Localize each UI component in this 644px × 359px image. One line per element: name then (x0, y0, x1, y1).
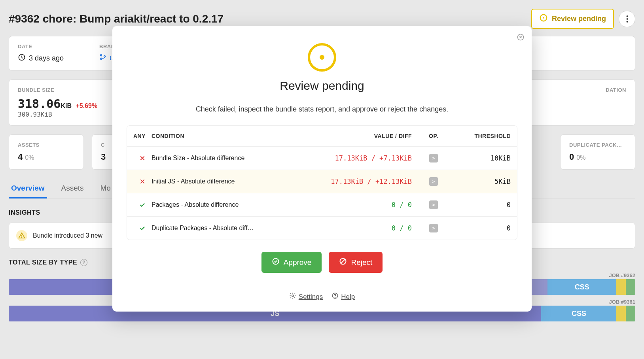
bar-segment: CSS (541, 306, 616, 321)
approve-button[interactable]: Approve (261, 252, 322, 273)
svg-point-10 (21, 237, 22, 237)
more-menu-button[interactable] (619, 11, 635, 27)
tab-modules[interactable]: Mo (98, 179, 113, 198)
bar-segment (616, 279, 626, 295)
threshold-value: 0 (451, 201, 511, 209)
operator-badge: > (429, 200, 438, 209)
bar-segment (626, 279, 635, 295)
condition-row: Duplicate Packages - Absolute diff…0 / 0… (127, 216, 517, 240)
conditions-table: ANY CONDITION VALUE / DIFF OP. THRESHOLD… (127, 125, 517, 240)
bar-segment: CSS (547, 279, 616, 295)
bar-segment (616, 306, 626, 321)
condition-name: Duplicate Packages - Absolute diff… (152, 225, 313, 232)
condition-row: Bundle Size - Absolute difference17.13Ki… (127, 146, 517, 170)
help-icon (331, 292, 339, 301)
date-value: 3 days ago (29, 54, 64, 62)
condition-value: 0 / 0 (313, 201, 416, 209)
bundle-size-delta: +5.69% (76, 102, 97, 109)
tab-overview[interactable]: Overview (9, 179, 47, 198)
condition-row: Initial JS - Absolute difference17.13KiB… (127, 170, 517, 193)
gear-icon (289, 292, 296, 301)
svg-point-17 (292, 295, 294, 297)
help-icon[interactable]: ? (80, 259, 87, 266)
page-title: #9362 chore: Bump ariakit/react to 0.2.1… (9, 13, 224, 25)
svg-point-8 (104, 56, 106, 57)
x-icon (133, 178, 152, 185)
svg-point-3 (626, 18, 628, 20)
clock-icon (18, 53, 26, 63)
svg-point-6 (100, 55, 102, 56)
warning-icon (16, 230, 27, 241)
tab-assets[interactable]: Assets (59, 179, 86, 198)
condition-value: 0 / 0 (313, 224, 416, 232)
review-modal: Review pending Check failed, inspect the… (112, 26, 532, 312)
condition-name: Initial JS - Absolute difference (152, 178, 313, 185)
threshold-value: 0 (451, 224, 511, 232)
svg-point-13 (320, 55, 324, 60)
branch-icon (99, 53, 106, 62)
help-link[interactable]: Help (331, 292, 355, 301)
x-icon (133, 155, 152, 161)
condition-value: 17.13KiB / +7.13KiB (313, 154, 416, 162)
svg-line-16 (341, 259, 345, 264)
reject-button[interactable]: Reject (329, 252, 383, 273)
modal-description: Check failed, inspect the bundle stats r… (127, 105, 517, 113)
close-icon (517, 33, 525, 41)
condition-row: Packages - Absolute difference0 / 0>0 (127, 193, 517, 216)
bundle-size-value: 318.06 (18, 97, 61, 111)
ban-icon (339, 257, 347, 267)
pending-icon (307, 42, 337, 73)
svg-point-1 (543, 17, 544, 19)
close-button[interactable] (517, 33, 525, 41)
settings-link[interactable]: Settings (289, 292, 323, 301)
bar-segment (626, 306, 635, 321)
condition-name: Packages - Absolute difference (152, 201, 313, 208)
assets-card: ASSETS 40% (9, 134, 84, 170)
operator-badge: > (429, 224, 438, 232)
date-label: DATE (18, 43, 64, 49)
check-circle-icon (272, 257, 280, 267)
dup-packages-card: DUPLICATE PACK… 00% (560, 134, 635, 170)
threshold-value: 5KiB (451, 178, 511, 185)
threshold-value: 10KiB (451, 154, 511, 162)
check-icon (133, 201, 152, 208)
more-vertical-icon (626, 15, 628, 23)
modal-title: Review pending (127, 79, 517, 93)
operator-badge: > (429, 154, 438, 162)
review-pending-button[interactable]: Review pending (531, 9, 614, 29)
svg-point-7 (100, 58, 102, 60)
condition-name: Bundle Size - Absolute difference (152, 155, 313, 162)
svg-point-19 (335, 297, 335, 297)
operator-badge: > (429, 177, 438, 186)
condition-value: 17.13KiB / +12.13KiB (313, 178, 416, 185)
check-icon (133, 225, 152, 232)
pending-icon (539, 13, 548, 24)
svg-point-4 (626, 21, 628, 23)
svg-point-2 (626, 15, 628, 17)
